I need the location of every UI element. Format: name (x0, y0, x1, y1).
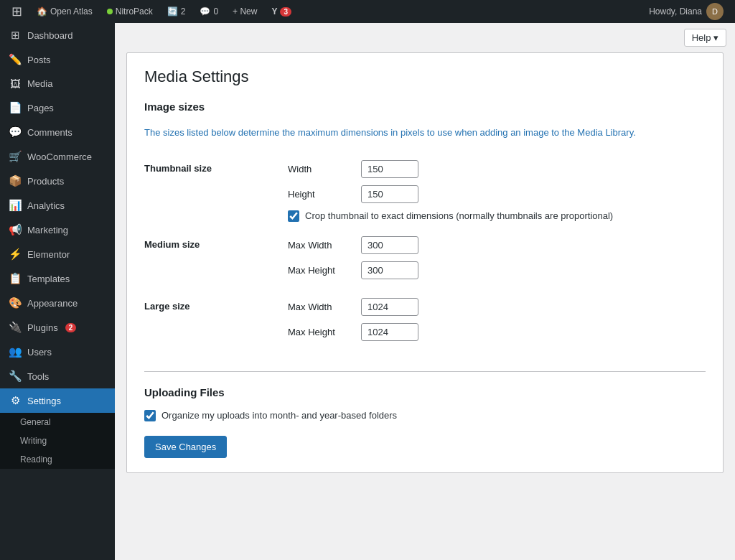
sidebar-label-users: Users (27, 347, 52, 358)
medium-fields: Max Width Max Height (288, 230, 706, 292)
help-label: Help ▾ (692, 32, 718, 43)
crop-label[interactable]: Crop thumbnail to exact dimensions (norm… (305, 210, 613, 221)
sidebar-item-pages[interactable]: 📄 Pages (0, 95, 115, 120)
sidebar-item-plugins[interactable]: 🔌 Plugins 2 (0, 315, 115, 340)
settings-submenu: General Writing Reading (0, 413, 115, 469)
sidebar-label-dashboard: Dashboard (27, 30, 73, 41)
sidebar-item-woocommerce[interactable]: 🛒 WooCommerce (0, 144, 115, 169)
large-row: Large size Max Width Max Height (144, 292, 706, 354)
sidebar-label-comments: Comments (27, 127, 72, 138)
comments-sidebar-icon: 💬 (9, 126, 22, 139)
large-width-input[interactable] (361, 298, 418, 316)
posts-icon: ✏️ (9, 53, 22, 66)
thumbnail-width-row: Width (288, 160, 706, 178)
organize-uploads-row: Organize my uploads into month- and year… (144, 410, 706, 421)
thumbnail-fields: Width Height Crop thumbnail to exact dim… (288, 154, 706, 230)
thumbnail-height-input[interactable] (361, 185, 418, 203)
sidebar-label-marketing: Marketing (27, 225, 68, 235)
thumbnail-label: Thumbnail size (144, 154, 288, 230)
crop-checkbox-row: Crop thumbnail to exact dimensions (norm… (288, 210, 706, 222)
sidebar-submenu-writing[interactable]: Writing (0, 431, 115, 450)
howdy-text: Howdy, Diana (649, 6, 702, 17)
sidebar-label-woocommerce: WooCommerce (27, 151, 92, 162)
sidebar-item-dashboard[interactable]: ⊞ Dashboard (0, 23, 115, 47)
medium-width-input[interactable] (361, 236, 418, 254)
sidebar-label-pages: Pages (27, 103, 54, 113)
wp-logo-button[interactable]: ⊞ (6, 0, 28, 23)
thumbnail-row: Thumbnail size Width Height Crop thum (144, 154, 706, 230)
comments-icon: 💬 (200, 6, 210, 17)
save-changes-button[interactable]: Save Changes (144, 436, 227, 458)
sidebar-item-analytics[interactable]: 📊 Analytics (0, 193, 115, 218)
sidebar-label-templates: Templates (27, 274, 70, 284)
sidebar-item-settings[interactable]: ⚙ Settings (0, 388, 115, 413)
yoast-badge: 3 (280, 7, 291, 17)
uploading-title: Uploading Files (144, 386, 706, 398)
sidebar-item-tools[interactable]: 🔧 Tools (0, 364, 115, 388)
sidebar-item-users[interactable]: 👥 Users (0, 340, 115, 364)
updates-count: 2 (181, 6, 186, 17)
sidebar-item-marketing[interactable]: 📢 Marketing (0, 218, 115, 242)
sidebar-sub-label-reading: Reading (20, 454, 52, 465)
thumbnail-width-input[interactable] (361, 160, 418, 178)
user-menu-button[interactable]: Howdy, Diana D (643, 3, 729, 20)
crop-checkbox[interactable] (288, 210, 299, 222)
medium-height-row: Max Height (288, 261, 706, 279)
image-sizes-title: Image sizes (144, 101, 706, 118)
plugins-icon: 🔌 (9, 321, 22, 334)
sidebar-submenu-general[interactable]: General (0, 413, 115, 431)
medium-height-input[interactable] (361, 261, 418, 279)
yoast-icon: Y (271, 6, 277, 17)
comments-button[interactable]: 💬 0 (194, 0, 224, 23)
sidebar-sub-label-general: General (20, 417, 51, 427)
organize-uploads-checkbox[interactable] (144, 410, 156, 421)
sidebar-item-posts[interactable]: ✏️ Posts (0, 47, 115, 72)
site-name: Open Atlas (50, 6, 93, 17)
sidebar-label-analytics: Analytics (27, 200, 65, 211)
sidebar-item-products[interactable]: 📦 Products (0, 169, 115, 193)
medium-row: Medium size Max Width Max Height (144, 230, 706, 292)
sidebar-label-tools: Tools (27, 371, 49, 382)
sidebar-label-settings: Settings (27, 396, 61, 406)
medium-label: Medium size (144, 230, 288, 292)
sidebar-item-media[interactable]: 🖼 Media (0, 72, 115, 95)
admin-bar-right: Howdy, Diana D (643, 3, 729, 20)
organize-uploads-label[interactable]: Organize my uploads into month- and year… (161, 410, 397, 421)
new-content-button[interactable]: + New (227, 0, 263, 23)
analytics-icon: 📊 (9, 199, 22, 212)
large-height-input[interactable] (361, 323, 418, 341)
medium-maxwidth-label: Max Width (288, 240, 352, 251)
sidebar-item-appearance[interactable]: 🎨 Appearance (0, 291, 115, 315)
section-divider (144, 371, 706, 372)
elementor-icon: ⚡ (9, 248, 22, 261)
updates-button[interactable]: 🔄 2 (161, 0, 192, 23)
thumbnail-width-label: Width (288, 164, 352, 174)
sidebar-item-elementor[interactable]: ⚡ Elementor (0, 242, 115, 266)
marketing-icon: 📢 (9, 223, 22, 236)
plugins-badge: 2 (65, 323, 77, 332)
site-name-button[interactable]: 🏠 Open Atlas (31, 0, 98, 23)
sidebar-item-templates[interactable]: 📋 Templates (0, 266, 115, 291)
sidebar-item-comments[interactable]: 💬 Comments (0, 120, 115, 144)
wp-logo-icon: ⊞ (11, 4, 22, 19)
page-title: Media Settings (144, 67, 706, 86)
help-button[interactable]: Help ▾ (684, 29, 726, 47)
comments-count: 0 (213, 6, 218, 17)
appearance-icon: 🎨 (9, 297, 22, 309)
templates-icon: 📋 (9, 272, 22, 285)
new-label: + New (233, 6, 257, 17)
main-wrapper: ⊞ Dashboard ✏️ Posts 🖼 Media 📄 Pages 💬 C… (0, 23, 735, 560)
nitropack-button[interactable]: NitroPack (101, 0, 159, 23)
tools-icon: 🔧 (9, 370, 22, 383)
sidebar-sub-label-writing: Writing (20, 436, 47, 446)
woocommerce-icon: 🛒 (9, 150, 22, 163)
sidebar-submenu-reading[interactable]: Reading (0, 450, 115, 469)
sidebar: ⊞ Dashboard ✏️ Posts 🖼 Media 📄 Pages 💬 C… (0, 23, 115, 560)
yoast-button[interactable]: Y 3 (266, 0, 297, 23)
image-sizes-table: Thumbnail size Width Height Crop thum (144, 154, 706, 354)
thumbnail-height-row: Height (288, 185, 706, 203)
home-icon: 🏠 (37, 6, 47, 17)
content-area: Help ▾ Media Settings Image sizes The si… (115, 23, 735, 560)
large-height-row: Max Height (288, 323, 706, 341)
user-avatar: D (706, 3, 724, 20)
